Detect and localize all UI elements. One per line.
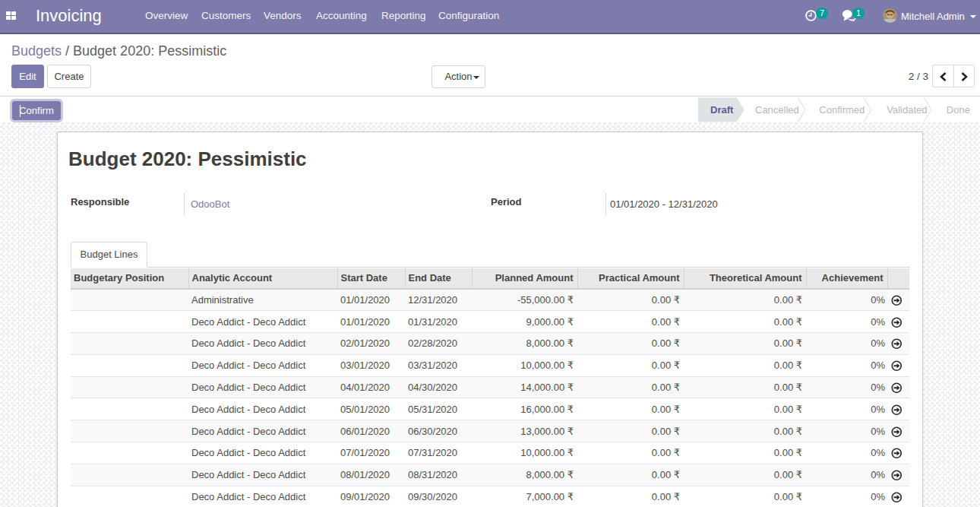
svg-text:Validated: Validated (887, 104, 927, 116)
svg-text:Confirmed: Confirmed (819, 104, 865, 116)
svg-text:Done: Done (947, 104, 970, 116)
svg-text:Cancelled: Cancelled (755, 104, 799, 116)
svg-text:Draft: Draft (710, 104, 734, 116)
